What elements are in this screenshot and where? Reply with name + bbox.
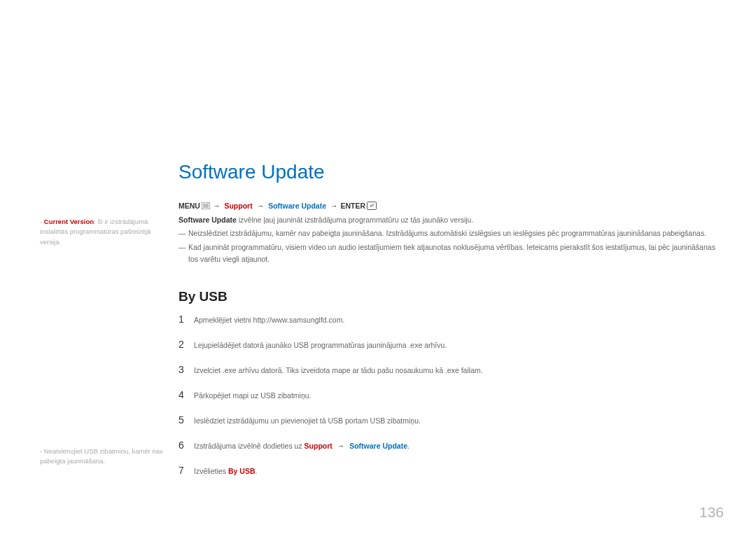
step-text: Izvelciet .exe arhīvu datorā. Tiks izvei… <box>194 364 483 374</box>
page-title: Software Update <box>178 161 325 183</box>
enter-icon <box>367 202 377 210</box>
step: 5 Ieslēdziet izstrādājumu un pievienojie… <box>178 414 724 426</box>
step-number: 3 <box>178 364 194 375</box>
step-number: 7 <box>178 465 194 476</box>
enter-label: ENTER <box>341 202 366 210</box>
notes: Neizslēdziet izstrādājumu, kamēr nav pab… <box>178 227 724 267</box>
step: 4 Pārkopējiet mapi uz USB zibatmiņu. <box>178 389 724 400</box>
step-text: Ieslēdziet izstrādājumu un pievienojiet … <box>194 414 421 425</box>
menu-icon <box>202 202 210 209</box>
note-line: Neizslēdziet izstrādājumu, kamēr nav pab… <box>178 227 724 239</box>
menu-path: MENU → Support → Software Update → ENTER <box>178 202 377 210</box>
step: 2 Lejupielādējiet datorā jaunāko USB pro… <box>178 339 724 350</box>
step: 7 Izvēlieties By USB. <box>178 465 724 476</box>
arrow-icon: → <box>257 202 265 210</box>
step-text: Izstrādājuma izvēlnē dodieties uz Suppor… <box>194 440 410 450</box>
step-text: Apmeklējiet vietni http://www.samsunglfd… <box>194 314 344 324</box>
step7-prefix: Izvēlieties <box>194 467 228 475</box>
step6-swu: Software Update <box>349 442 407 450</box>
page-number: 136 <box>699 504 724 521</box>
menu-label: MENU <box>178 202 200 210</box>
step6-prefix: Izstrādājuma izvēlnē dodieties uz <box>194 442 304 450</box>
step-number: 4 <box>178 389 194 400</box>
step: 1 Apmeklējiet vietni http://www.samsungl… <box>178 314 724 325</box>
intro-text: izvēlne ļauj jaunināt izstrādājuma progr… <box>237 216 474 224</box>
step-text: Lejupielādējiet datorā jaunāko USB progr… <box>194 339 447 349</box>
arrow-icon: → <box>335 442 346 450</box>
software-update-label: Software Update <box>268 202 326 210</box>
arrow-icon: → <box>330 202 338 210</box>
subheading: By USB <box>178 289 227 304</box>
side-note-current-version: - Current Version: šī ir izstrādājumā in… <box>40 217 166 247</box>
step-number: 1 <box>178 314 194 325</box>
arrow-icon: → <box>213 202 220 210</box>
side-note-usb-warning: - Neatvienojiet USB zibatmiņu, kamēr nav… <box>40 447 166 467</box>
support-label: Support <box>224 202 252 210</box>
document-page: Software Update MENU → Support → Softwar… <box>0 0 756 534</box>
step7-byusb: By USB <box>228 467 255 475</box>
step: 3 Izvelciet .exe arhīvu datorā. Tiks izv… <box>178 364 724 375</box>
step7-dot: . <box>255 467 258 475</box>
current-version-label: Current Version <box>44 218 94 225</box>
intro-line: Software Update izvēlne ļauj jaunināt iz… <box>178 216 473 224</box>
step-number: 6 <box>178 440 194 451</box>
step6-dot: . <box>407 442 410 450</box>
side2-text: Neatvienojiet USB zibatmiņu, kamēr nav p… <box>40 447 163 465</box>
step-text: Pārkopējiet mapi uz USB zibatmiņu. <box>194 389 312 400</box>
step-text: Izvēlieties By USB. <box>194 465 257 475</box>
step-number: 5 <box>178 414 194 426</box>
intro-bold: Software Update <box>178 216 237 224</box>
note-line: Kad jaunināt programmatūru, visiem video… <box>178 241 724 265</box>
step-number: 2 <box>178 339 194 350</box>
step6-support: Support <box>304 442 332 450</box>
step: 6 Izstrādājuma izvēlnē dodieties uz Supp… <box>178 440 724 451</box>
steps-list: 1 Apmeklējiet vietni http://www.samsungl… <box>178 314 724 490</box>
